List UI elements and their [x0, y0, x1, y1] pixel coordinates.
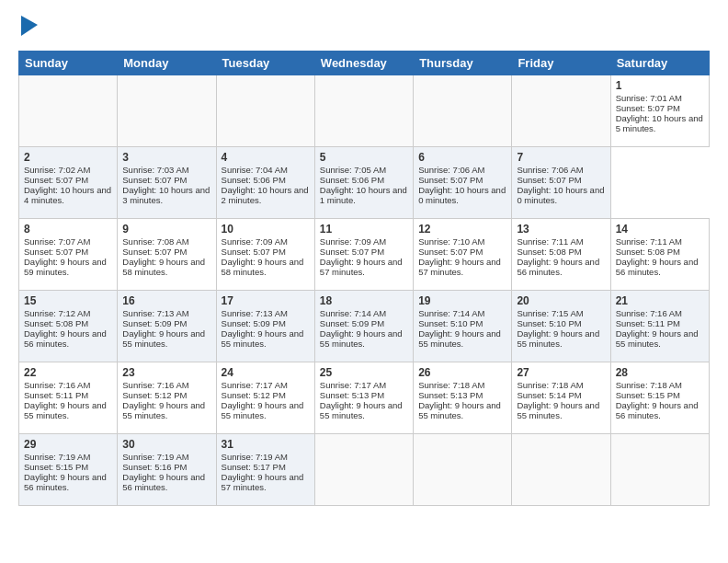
daylight-text: Daylight: 9 hours and 58 minutes. [222, 257, 304, 277]
daylight-text: Daylight: 9 hours and 55 minutes. [320, 400, 403, 420]
daylight-text: Daylight: 10 hours and 2 minutes. [222, 185, 309, 205]
sunrise-text: Sunrise: 7:09 AM [222, 236, 288, 247]
daylight-text: Daylight: 9 hours and 55 minutes. [517, 400, 599, 420]
daylight-text: Daylight: 10 hours and 0 minutes. [517, 185, 604, 205]
sunset-text: Sunset: 5:07 PM [122, 247, 187, 257]
daylight-text: Daylight: 10 hours and 1 minute. [320, 185, 407, 205]
svg-marker-0 [21, 16, 38, 36]
day-number: 31 [222, 438, 310, 451]
sunset-text: Sunset: 5:06 PM [320, 175, 384, 185]
day-number: 15 [24, 294, 112, 307]
daylight-text: Daylight: 9 hours and 59 minutes. [24, 257, 107, 277]
sunset-text: Sunset: 5:08 PM [24, 318, 88, 328]
calendar-day-header: Monday [118, 52, 216, 75]
sunset-text: Sunset: 5:09 PM [122, 318, 187, 328]
sunrise-text: Sunrise: 7:05 AM [320, 165, 386, 175]
day-number: 3 [122, 151, 210, 164]
day-number: 9 [122, 223, 210, 236]
daylight-text: Daylight: 9 hours and 55 minutes. [517, 328, 599, 349]
day-number: 27 [517, 366, 605, 379]
sunrise-text: Sunrise: 7:09 AM [320, 236, 386, 247]
calendar-cell: 27Sunrise: 7:18 AMSunset: 5:14 PMDayligh… [512, 362, 610, 434]
sunrise-text: Sunrise: 7:19 AM [24, 452, 90, 462]
sunset-text: Sunset: 5:17 PM [222, 462, 286, 472]
day-number: 21 [616, 294, 704, 307]
calendar-cell: 23Sunrise: 7:16 AMSunset: 5:12 PMDayligh… [118, 362, 216, 434]
logo-arrow-icon [21, 16, 38, 36]
calendar-cell: 7Sunrise: 7:06 AMSunset: 5:07 PMDaylight… [512, 147, 610, 219]
sunrise-text: Sunrise: 7:08 AM [122, 236, 188, 247]
calendar-cell [314, 434, 413, 506]
daylight-text: Daylight: 9 hours and 58 minutes. [122, 257, 205, 277]
calendar-cell: 8Sunrise: 7:07 AMSunset: 5:07 PMDaylight… [19, 219, 118, 291]
day-number: 10 [222, 223, 310, 236]
calendar-cell: 18Sunrise: 7:14 AMSunset: 5:09 PMDayligh… [314, 291, 413, 362]
sunset-text: Sunset: 5:09 PM [320, 318, 384, 328]
sunrise-text: Sunrise: 7:13 AM [122, 308, 188, 318]
sunset-text: Sunset: 5:08 PM [616, 247, 680, 257]
daylight-text: Daylight: 9 hours and 57 minutes. [222, 472, 304, 492]
sunrise-text: Sunrise: 7:18 AM [616, 380, 682, 390]
daylight-text: Daylight: 9 hours and 55 minutes. [222, 328, 304, 349]
sunset-text: Sunset: 5:14 PM [517, 390, 581, 400]
calendar-cell: 10Sunrise: 7:09 AMSunset: 5:07 PMDayligh… [216, 219, 314, 291]
sunset-text: Sunset: 5:07 PM [320, 247, 384, 257]
sunrise-text: Sunrise: 7:03 AM [122, 165, 188, 175]
calendar-cell-empty [216, 75, 314, 147]
day-number: 30 [122, 438, 210, 451]
sunset-text: Sunset: 5:07 PM [24, 175, 88, 185]
daylight-text: Daylight: 10 hours and 4 minutes. [24, 185, 111, 205]
sunset-text: Sunset: 5:06 PM [222, 175, 286, 185]
day-number: 28 [616, 366, 704, 379]
calendar-week-row: 2Sunrise: 7:02 AMSunset: 5:07 PMDaylight… [19, 147, 710, 219]
calendar-day-header: Thursday [414, 52, 512, 75]
calendar-cell: 13Sunrise: 7:11 AMSunset: 5:08 PMDayligh… [512, 219, 610, 291]
calendar-cell: 4Sunrise: 7:04 AMSunset: 5:06 PMDaylight… [216, 147, 314, 219]
calendar-cell: 25Sunrise: 7:17 AMSunset: 5:13 PMDayligh… [314, 362, 413, 434]
daylight-text: Daylight: 9 hours and 55 minutes. [122, 328, 205, 349]
sunrise-text: Sunrise: 7:12 AM [24, 308, 90, 318]
daylight-text: Daylight: 10 hours and 5 minutes. [616, 113, 703, 133]
daylight-text: Daylight: 9 hours and 56 minutes. [24, 472, 107, 492]
day-number: 8 [24, 223, 112, 236]
calendar-cell-empty [414, 75, 512, 147]
day-number: 14 [616, 223, 704, 236]
daylight-text: Daylight: 9 hours and 57 minutes. [320, 257, 403, 277]
calendar-day-header: Saturday [610, 52, 709, 75]
calendar-cell: 20Sunrise: 7:15 AMSunset: 5:10 PMDayligh… [512, 291, 610, 362]
daylight-text: Daylight: 9 hours and 56 minutes. [24, 328, 107, 349]
sunrise-text: Sunrise: 7:18 AM [418, 380, 484, 390]
calendar-week-row: 1Sunrise: 7:01 AMSunset: 5:07 PMDaylight… [19, 75, 710, 147]
calendar-cell: 3Sunrise: 7:03 AMSunset: 5:07 PMDaylight… [118, 147, 216, 219]
sunset-text: Sunset: 5:07 PM [517, 175, 581, 185]
sunrise-text: Sunrise: 7:01 AM [616, 93, 682, 103]
sunrise-text: Sunrise: 7:19 AM [122, 452, 188, 462]
daylight-text: Daylight: 10 hours and 3 minutes. [122, 185, 210, 205]
sunrise-text: Sunrise: 7:16 AM [24, 380, 90, 390]
sunrise-text: Sunrise: 7:16 AM [122, 380, 188, 390]
calendar-cell: 22Sunrise: 7:16 AMSunset: 5:11 PMDayligh… [19, 362, 118, 434]
day-number: 24 [222, 366, 310, 379]
sunset-text: Sunset: 5:10 PM [418, 318, 483, 328]
day-number: 18 [320, 294, 408, 307]
daylight-text: Daylight: 9 hours and 56 minutes. [616, 400, 699, 420]
calendar-cell [610, 434, 709, 506]
daylight-text: Daylight: 9 hours and 57 minutes. [418, 257, 501, 277]
sunset-text: Sunset: 5:07 PM [616, 103, 680, 113]
calendar-cell: 21Sunrise: 7:16 AMSunset: 5:11 PMDayligh… [610, 291, 709, 362]
calendar-week-row: 22Sunrise: 7:16 AMSunset: 5:11 PMDayligh… [19, 362, 710, 434]
calendar-cell-empty [19, 75, 118, 147]
day-number: 25 [320, 366, 408, 379]
day-number: 17 [222, 294, 310, 307]
daylight-text: Daylight: 9 hours and 55 minutes. [122, 400, 205, 420]
calendar-cell: 16Sunrise: 7:13 AMSunset: 5:09 PMDayligh… [118, 291, 216, 362]
sunrise-text: Sunrise: 7:04 AM [222, 165, 288, 175]
day-number: 1 [616, 79, 704, 92]
calendar-cell: 17Sunrise: 7:13 AMSunset: 5:09 PMDayligh… [216, 291, 314, 362]
calendar-table: SundayMondayTuesdayWednesdayThursdayFrid… [18, 51, 710, 506]
day-number: 29 [24, 438, 112, 451]
day-number: 19 [418, 294, 506, 307]
calendar-day-header: Friday [512, 52, 610, 75]
calendar-cell: 9Sunrise: 7:08 AMSunset: 5:07 PMDaylight… [118, 219, 216, 291]
sunset-text: Sunset: 5:13 PM [320, 390, 384, 400]
